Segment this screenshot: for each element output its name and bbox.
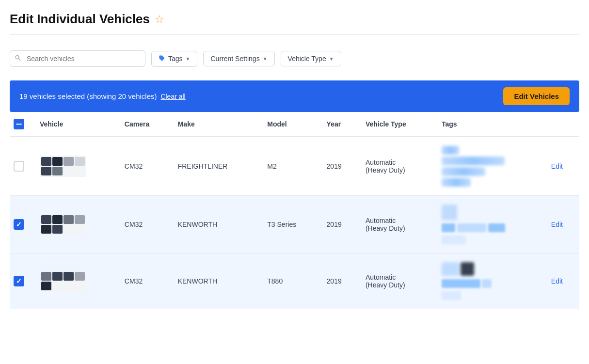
- selection-banner: 19 vehicles selected (showing 20 vehicle…: [10, 80, 579, 112]
- table-row: CM32 FREIGHTLINER M2 2019 Automatic(Heav…: [10, 137, 579, 196]
- row-2-vehicle-type: Automatic(Heavy Duty): [360, 196, 436, 253]
- vehicle-type-filter-button[interactable]: Vehicle Type ▼: [281, 51, 341, 66]
- row-3-edit-cell: Edit: [545, 253, 579, 309]
- row-2-checkbox[interactable]: [14, 219, 24, 230]
- row-2-make: KENWORTH: [172, 196, 262, 253]
- row-3-make: KENWORTH: [172, 253, 262, 309]
- row-2-camera: CM32: [119, 196, 172, 253]
- table-body: CM32 FREIGHTLINER M2 2019 Automatic(Heav…: [10, 137, 579, 309]
- row-1-checkbox[interactable]: [14, 161, 24, 172]
- row-2-vehicle-thumb: [34, 196, 119, 253]
- vehicles-table: Vehicle Camera Make Model Year Vehicle T…: [10, 112, 579, 309]
- row-2-edit-cell: Edit: [545, 196, 579, 253]
- select-all-checkbox[interactable]: [14, 119, 24, 129]
- vehicle-type-label: Vehicle Type: [288, 55, 326, 63]
- row-3-tags: [436, 253, 545, 309]
- row-3-vehicle-type: Automatic(Heavy Duty): [360, 253, 436, 309]
- search-wrapper: [10, 50, 145, 67]
- col-year: Year: [321, 112, 360, 137]
- search-icon: [15, 55, 21, 63]
- col-model: Model: [261, 112, 320, 137]
- vehicle-type-chevron-icon: ▼: [329, 56, 334, 62]
- row-3-checkbox-cell[interactable]: [10, 253, 34, 309]
- row-1-edit-link[interactable]: Edit: [551, 162, 563, 170]
- current-settings-chevron-icon: ▼: [263, 56, 268, 62]
- vehicles-table-container: Vehicle Camera Make Model Year Vehicle T…: [10, 112, 579, 309]
- row-1-make: FREIGHTLINER: [172, 137, 262, 196]
- banner-message: 19 vehicles selected (showing 20 vehicle…: [19, 92, 186, 100]
- search-input[interactable]: [10, 50, 145, 67]
- favorite-icon[interactable]: ☆: [155, 13, 164, 26]
- row-2-tags: [436, 196, 545, 253]
- row-2-model: T3 Series: [261, 196, 320, 253]
- current-settings-label: Current Settings: [210, 55, 259, 63]
- table-row: CM32 KENWORTH T880 2019 Automatic(Heavy …: [10, 253, 579, 309]
- select-all-header[interactable]: [10, 112, 34, 137]
- row-1-tags: [436, 137, 545, 196]
- row-3-camera: CM32: [119, 253, 172, 309]
- tags-chevron-icon: ▼: [186, 56, 191, 62]
- table-header: Vehicle Camera Make Model Year Vehicle T…: [10, 112, 579, 137]
- row-3-model: T880: [261, 253, 320, 309]
- row-3-year: 2019: [321, 253, 360, 309]
- row-3-edit-link[interactable]: Edit: [551, 277, 563, 285]
- col-tags: Tags: [436, 112, 545, 137]
- row-3-vehicle-thumb: [34, 253, 119, 309]
- row-1-edit-cell: Edit: [545, 137, 579, 196]
- col-vehicle-type: Vehicle Type: [360, 112, 436, 137]
- current-settings-filter-button[interactable]: Current Settings ▼: [203, 51, 274, 66]
- col-actions: [545, 112, 579, 137]
- tags-filter-button[interactable]: Tags ▼: [151, 51, 197, 67]
- row-2-edit-link[interactable]: Edit: [551, 221, 563, 228]
- row-1-vehicle-type: Automatic(Heavy Duty): [360, 137, 436, 196]
- row-2-year: 2019: [321, 196, 360, 253]
- row-1-vehicle-thumb: [34, 137, 119, 196]
- toolbar: Tags ▼ Current Settings ▼ Vehicle Type ▼: [10, 45, 579, 73]
- col-vehicle: Vehicle: [34, 112, 119, 137]
- page-header: Edit Individual Vehicles ☆: [10, 12, 579, 35]
- tags-label: Tags: [168, 55, 183, 63]
- col-make: Make: [172, 112, 262, 137]
- edit-vehicles-button[interactable]: Edit Vehicles: [503, 87, 570, 105]
- tag-icon: [159, 55, 165, 63]
- row-2-checkbox-cell[interactable]: [10, 196, 34, 253]
- clear-all-link[interactable]: Clear all: [160, 93, 185, 100]
- banner-text: 19 vehicles selected (showing 20 vehicle…: [19, 92, 157, 100]
- row-1-year: 2019: [321, 137, 360, 196]
- col-camera: Camera: [119, 112, 172, 137]
- row-1-model: M2: [261, 137, 320, 196]
- row-3-checkbox[interactable]: [14, 276, 24, 286]
- row-1-camera: CM32: [119, 137, 172, 196]
- page-title: Edit Individual Vehicles: [10, 12, 150, 27]
- row-1-checkbox-cell[interactable]: [10, 137, 34, 196]
- table-row: CM32 KENWORTH T3 Series 2019 Automatic(H…: [10, 196, 579, 253]
